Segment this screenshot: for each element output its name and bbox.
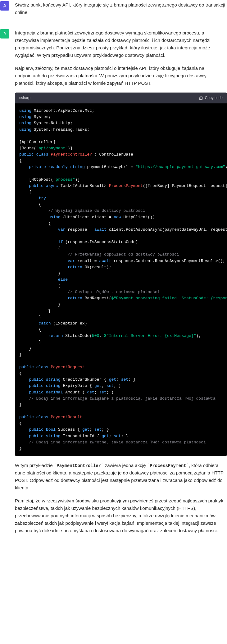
code-content: using Microsoft.AspNetCore.Mvc; using Sy… bbox=[19, 108, 223, 452]
copy-code-label: Copy code bbox=[205, 95, 223, 101]
assistant-message-row: Integracja z bramą płatności zewnętrzneg… bbox=[0, 28, 227, 546]
code-language-label: csharp bbox=[19, 95, 30, 101]
user-icon bbox=[2, 4, 7, 8]
copy-code-button[interactable]: Copy code bbox=[199, 95, 223, 101]
user-message-content: Stwórz punkt końcowy API, który integruj… bbox=[15, 1, 227, 22]
inline-code-payment-controller: `PaymentController` bbox=[54, 463, 104, 468]
user-message-row: Stwórz punkt końcowy API, który integruj… bbox=[0, 0, 227, 28]
svg-point-0 bbox=[4, 4, 6, 6]
assistant-message-content: Integracja z bramą płatności zewnętrzneg… bbox=[15, 29, 227, 540]
assistant-icon bbox=[2, 32, 7, 36]
assistant-paragraph-1: Integracja z bramą płatności zewnętrzneg… bbox=[15, 29, 227, 59]
assistant-avatar bbox=[0, 29, 9, 39]
svg-rect-1 bbox=[200, 97, 202, 99]
code-block: csharp Copy code using Microsoft.AspNetC… bbox=[15, 93, 227, 456]
inline-code-process-payment: `ProcessPayment` bbox=[147, 463, 189, 468]
clipboard-icon bbox=[199, 96, 203, 100]
code-body[interactable]: using Microsoft.AspNetCore.Mvc; using Sy… bbox=[15, 103, 227, 456]
assistant-paragraph-4: Pamiętaj, że w rzeczywistym środowisku p… bbox=[15, 497, 227, 534]
assistant-paragraph-3: W tym przykładzie `PaymentController` za… bbox=[15, 462, 227, 492]
assistant-paragraph-2: Najpierw, załóżmy, że masz dostawcę płat… bbox=[15, 65, 227, 87]
user-avatar bbox=[0, 1, 9, 11]
user-prompt-text: Stwórz punkt końcowy API, który integruj… bbox=[15, 1, 227, 16]
code-header: csharp Copy code bbox=[15, 93, 227, 103]
